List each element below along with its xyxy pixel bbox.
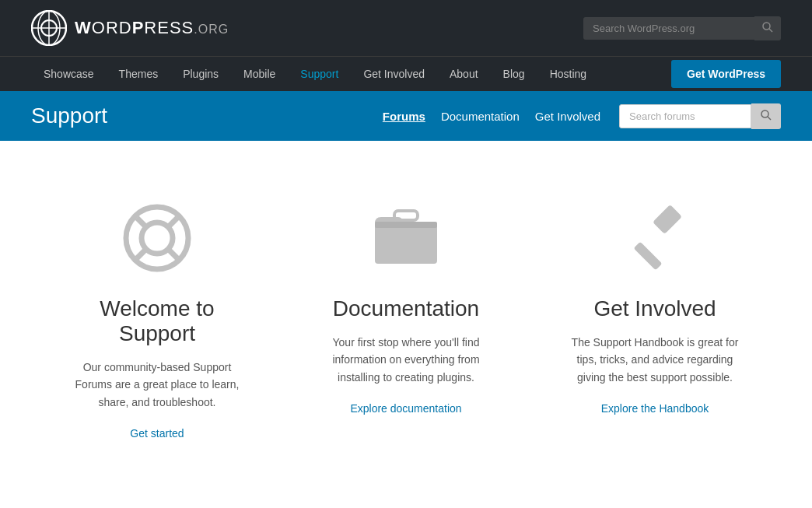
svg-rect-18 (634, 242, 663, 271)
svg-line-8 (768, 117, 771, 120)
lifesaver-icon (122, 203, 192, 273)
card-get-involved-desc: The Support Handbook is great for tips, … (562, 334, 748, 386)
support-nav: Forums Documentation Get Involved (383, 107, 600, 126)
logo[interactable]: WORDPRESS.org (31, 10, 229, 46)
wordpress-logo-icon (31, 10, 67, 46)
nav-links: Showcase Themes Plugins Mobile Support G… (31, 57, 599, 91)
main-content: Welcome to Support Our community-based S… (0, 141, 812, 508)
content-inner: Welcome to Support Our community-based S… (33, 187, 779, 456)
svg-line-14 (169, 250, 177, 258)
nav-item-support[interactable]: Support (288, 57, 351, 91)
svg-point-5 (763, 23, 770, 30)
support-nav-get-involved[interactable]: Get Involved (535, 107, 600, 126)
svg-rect-17 (394, 211, 418, 220)
get-wordpress-button[interactable]: Get WordPress (671, 60, 781, 88)
svg-line-13 (137, 250, 145, 258)
support-nav-area: Forums Documentation Get Involved (383, 103, 781, 129)
hammer-icon (620, 203, 690, 273)
feature-card-documentation: Documentation Your first stop where you'… (282, 187, 530, 456)
forum-search-icon (761, 110, 772, 121)
top-search-area (583, 16, 781, 40)
svg-point-7 (761, 110, 768, 117)
card-documentation-title: Documentation (313, 296, 499, 321)
nav-item-get-involved[interactable]: Get Involved (351, 57, 437, 91)
support-nav-forums[interactable]: Forums (383, 107, 425, 126)
nav-item-blog[interactable]: Blog (491, 57, 537, 91)
card-support-title: Welcome to Support (64, 296, 250, 346)
main-nav: Showcase Themes Plugins Mobile Support G… (0, 56, 812, 91)
svg-line-11 (137, 218, 145, 226)
feature-card-get-involved: Get Involved The Support Handbook is gre… (530, 187, 779, 456)
svg-rect-19 (653, 205, 682, 234)
lifesaver-svg (122, 203, 192, 273)
svg-line-12 (169, 218, 177, 226)
card-documentation-link[interactable]: Explore documentation (350, 402, 461, 415)
svg-rect-15 (375, 223, 437, 264)
folder-icon (371, 203, 441, 273)
forum-search-button[interactable] (751, 103, 781, 129)
top-bar: WORDPRESS.org (0, 0, 812, 56)
folder-svg (371, 209, 441, 268)
nav-item-mobile[interactable]: Mobile (231, 57, 288, 91)
hammer-svg (620, 203, 690, 273)
search-icon (762, 22, 773, 33)
svg-line-6 (769, 29, 772, 32)
support-title: Support (31, 103, 107, 128)
card-get-involved-title: Get Involved (562, 296, 748, 321)
support-bar: Support Forums Documentation Get Involve… (0, 91, 812, 141)
svg-point-10 (142, 222, 173, 254)
top-search-button[interactable] (754, 16, 781, 40)
nav-item-hosting[interactable]: Hosting (537, 57, 599, 91)
nav-item-plugins[interactable]: Plugins (170, 57, 231, 91)
forum-search-input[interactable] (619, 104, 751, 128)
forum-search-area (619, 103, 781, 129)
top-search-input[interactable] (583, 17, 754, 40)
logo-text: WORDPRESS.org (75, 18, 229, 38)
card-get-involved-link[interactable]: Explore the Handbook (601, 402, 709, 415)
svg-rect-16 (375, 222, 437, 228)
feature-card-support: Welcome to Support Our community-based S… (33, 187, 282, 456)
nav-item-showcase[interactable]: Showcase (31, 57, 107, 91)
nav-item-themes[interactable]: Themes (107, 57, 171, 91)
card-documentation-desc: Your first stop where you'll find inform… (313, 334, 499, 386)
card-support-desc: Our community-based Support Forums are a… (64, 359, 250, 411)
support-nav-documentation[interactable]: Documentation (441, 107, 520, 126)
svg-point-9 (126, 207, 188, 269)
nav-item-about[interactable]: About (437, 57, 491, 91)
card-support-link[interactable]: Get started (130, 427, 184, 440)
